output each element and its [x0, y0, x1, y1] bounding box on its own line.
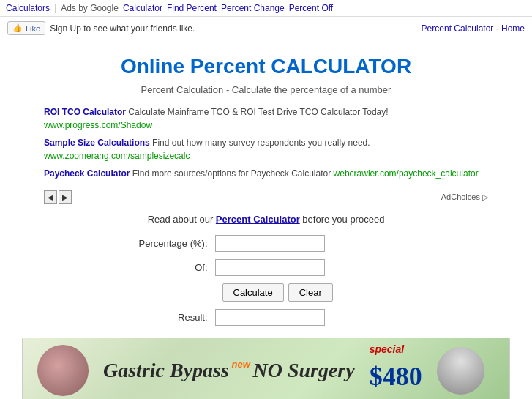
top-navigation: Calculators | Ads by Google Calculator F…: [0, 0, 532, 17]
main-content: Online Percent CALCULATOR Percent Calcul…: [0, 40, 532, 399]
result-row: Result:: [127, 309, 405, 326]
advertisement-links: ROI TCO Calculator Calculate Mainframe T…: [15, 105, 517, 180]
nav-calculator[interactable]: Calculator: [123, 3, 162, 13]
banner-image-right: [437, 347, 484, 395]
ad-link-2[interactable]: Sample Size Calculations: [44, 138, 150, 148]
percentage-row: Percentage (%):: [127, 235, 405, 252]
of-input[interactable]: [215, 259, 325, 276]
percentage-label: Percentage (%):: [127, 238, 215, 249]
ad-text-3: Find more sources/options for Paycheck C…: [132, 168, 331, 179]
result-input[interactable]: [215, 309, 325, 326]
nav-percent-change[interactable]: Percent Change: [221, 3, 285, 13]
banner-price: $480: [370, 361, 422, 392]
ad-text-1: Calculate Mainframe TCO & ROI Test Drive…: [128, 107, 388, 117]
ads-by-google: Ads by Google: [61, 3, 119, 13]
fb-like-box[interactable]: 👍 Like: [7, 21, 45, 35]
ad-row-3: Paycheck Calculator Find more sources/op…: [44, 167, 488, 180]
percentage-input[interactable]: [215, 235, 325, 252]
ad-url-3: webcrawler.com/paycheck_calculator: [334, 168, 479, 179]
of-label: Of:: [127, 262, 215, 273]
prev-arrow-button[interactable]: ◀: [44, 190, 57, 204]
banner-inner: Gastric Bypass new NO Surgery special $4…: [23, 345, 509, 396]
clear-button[interactable]: Clear: [288, 283, 333, 302]
banner-special-label: special: [370, 343, 404, 355]
title-part2: CALCULATOR: [271, 55, 411, 78]
ad-link-1[interactable]: ROI TCO Calculator: [44, 107, 126, 117]
banner-text-block: Gastric Bypass new NO Surgery: [103, 359, 355, 382]
nav-find-percent[interactable]: Find Percent: [167, 3, 217, 13]
calc-intro: Read about our Percent Calculator before…: [127, 214, 405, 225]
ad-row-1: ROI TCO Calculator Calculate Mainframe T…: [44, 105, 488, 132]
fb-like-section: 👍 Like Sign Up to see what your friends …: [7, 21, 195, 35]
fb-signup-text: Sign Up to see what your friends like.: [50, 23, 195, 34]
banner-image-left: [37, 345, 89, 396]
of-row: Of:: [127, 259, 405, 276]
ad-row-2: Sample Size Calculations Find out how ma…: [44, 136, 488, 163]
fb-thumb-icon: 👍: [12, 23, 23, 33]
title-part1: Online Percent: [121, 55, 271, 78]
ad-link-3[interactable]: Paycheck Calculator: [44, 168, 130, 179]
ad-url-2: www.zoomerang.com/samplesizecalc: [44, 151, 190, 161]
banner-suffix: NO Surgery: [252, 359, 354, 381]
ad-text-2: Find out how many survey respondents you…: [152, 138, 370, 148]
banner-main-text: Gastric Bypass: [103, 359, 229, 381]
calculator-form: Read about our Percent Calculator before…: [127, 214, 405, 326]
fb-signup-link[interactable]: Sign Up: [50, 23, 81, 34]
page-title: Online Percent CALCULATOR: [15, 55, 517, 78]
calc-buttons: Calculate Clear: [127, 283, 405, 302]
nav-arrows-bar: ◀ ▶ AdChoices ▷: [15, 187, 517, 206]
home-link[interactable]: Percent Calculator - Home: [422, 23, 525, 34]
nav-arrows-left: ◀ ▶: [44, 190, 72, 204]
ad-url-1: www.progress.com/Shadow: [44, 120, 152, 130]
percent-calc-link[interactable]: Percent Calculator: [216, 214, 300, 225]
fb-like-label: Like: [26, 24, 40, 33]
ad-choices-label[interactable]: AdChoices ▷: [441, 193, 488, 202]
nav-calculators[interactable]: Calculators: [6, 3, 50, 13]
next-arrow-button[interactable]: ▶: [59, 190, 72, 204]
banner-new-label: new: [232, 359, 250, 370]
banner-advertisement[interactable]: Gastric Bypass new NO Surgery special $4…: [22, 338, 510, 399]
page-subtitle: Percent Calculation - Calculate the perc…: [15, 84, 517, 95]
facebook-bar: 👍 Like Sign Up to see what your friends …: [0, 17, 532, 40]
calculate-button[interactable]: Calculate: [222, 283, 284, 302]
result-label: Result:: [127, 312, 215, 323]
nav-percent-off[interactable]: Percent Off: [289, 3, 333, 13]
